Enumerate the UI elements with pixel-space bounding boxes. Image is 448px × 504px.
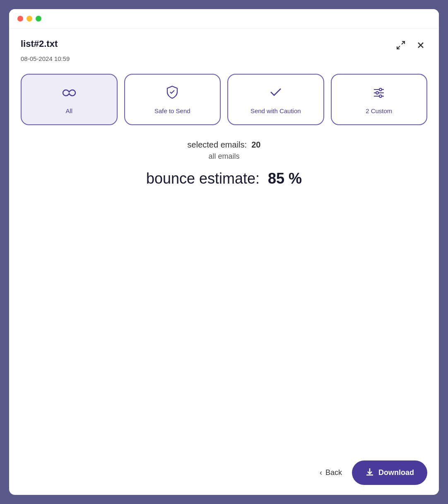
maximize-traffic-light[interactable]	[36, 16, 41, 22]
x-icon	[416, 40, 426, 50]
filter-card-custom-label: 2 Custom	[366, 107, 392, 114]
download-button[interactable]: Download	[352, 460, 427, 485]
selected-emails-text: selected emails: 20	[188, 140, 261, 150]
all-emails-label: all emails	[208, 152, 239, 161]
fullscreen-icon	[396, 40, 406, 50]
stats-section: selected emails: 20 all emails bounce es…	[21, 140, 427, 187]
back-label: Back	[325, 468, 342, 477]
back-button[interactable]: ‹ Back	[320, 468, 342, 477]
bounce-estimate-text: bounce estimate: 85 %	[146, 170, 302, 187]
minimize-traffic-light[interactable]	[26, 16, 32, 22]
window-controls	[394, 39, 427, 52]
svg-point-7	[379, 88, 382, 91]
filter-card-caution-label: Send with Caution	[250, 107, 301, 114]
titlebar	[9, 9, 439, 29]
header-row: list#2.txt	[21, 39, 427, 52]
download-label: Download	[378, 468, 414, 477]
check-icon	[268, 85, 283, 102]
svg-point-8	[376, 92, 378, 94]
window-content: list#2.txt 08	[9, 29, 439, 451]
infinity-icon	[62, 85, 77, 102]
sliders-icon	[371, 85, 386, 102]
filter-card-safe[interactable]: Safe to Send	[124, 74, 221, 125]
svg-line-1	[397, 46, 400, 49]
filter-card-all-label: All	[65, 107, 72, 114]
traffic-lights	[17, 16, 41, 22]
selected-count: 20	[251, 140, 260, 149]
fullscreen-button[interactable]	[394, 39, 407, 52]
filter-card-custom[interactable]: 2 Custom	[331, 74, 428, 125]
bounce-label: bounce estimate:	[146, 170, 260, 187]
timestamp: 08-05-2024 10:59	[21, 55, 427, 62]
svg-point-9	[379, 95, 382, 97]
footer: ‹ Back Download	[9, 451, 439, 495]
download-icon	[365, 467, 374, 478]
selected-label: selected emails:	[188, 140, 247, 149]
bounce-value: 85 %	[268, 170, 302, 187]
close-button[interactable]	[414, 39, 427, 52]
chevron-left-icon: ‹	[320, 468, 322, 477]
filter-cards: All Safe to Send Send	[21, 74, 427, 125]
app-window: list#2.txt 08	[8, 8, 440, 496]
filter-card-safe-label: Safe to Send	[154, 107, 190, 114]
filter-card-caution[interactable]: Send with Caution	[227, 74, 324, 125]
svg-line-0	[402, 41, 405, 44]
close-traffic-light[interactable]	[17, 16, 23, 22]
file-title: list#2.txt	[21, 39, 58, 49]
shield-check-icon	[165, 85, 180, 102]
filter-card-all[interactable]: All	[21, 74, 118, 125]
